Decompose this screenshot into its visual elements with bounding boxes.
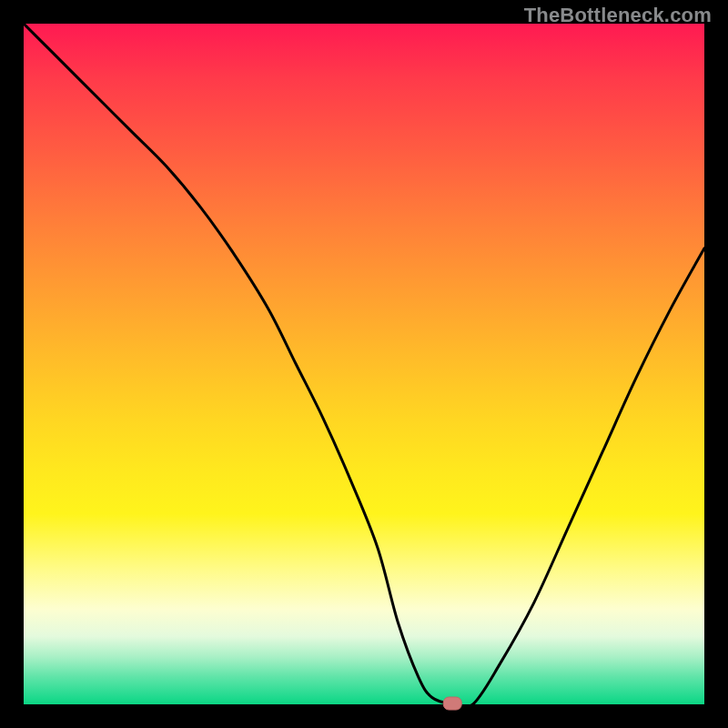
plot-svg (24, 24, 704, 704)
chart-frame: TheBottleneck.com (0, 0, 728, 728)
bottleneck-curve (24, 24, 704, 708)
watermark-text: TheBottleneck.com (524, 4, 712, 27)
plot-area (24, 24, 704, 704)
optimal-marker (443, 697, 461, 710)
